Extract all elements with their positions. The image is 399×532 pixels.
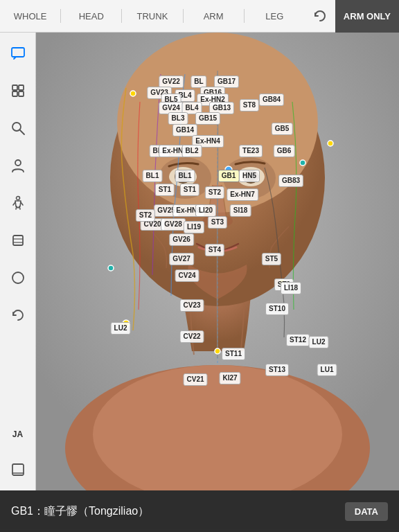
svg-line-11	[16, 206, 17, 209]
top-navigation: WHOLE HEAD TRUNK ARM LEG ARM ONLY	[0, 0, 399, 33]
acupoint-label[interactable]: GV28	[161, 218, 186, 231]
acupoint-label[interactable]: CV21	[183, 373, 207, 386]
sidebar-person-icon[interactable]	[6, 153, 30, 178]
acupoint-labels: GV22BLGB17GB16GV23BL4BL5Ex-HN2GV24BL4GB1…	[36, 33, 399, 490]
svg-line-9	[13, 202, 15, 205]
acupoint-label[interactable]: ST11	[222, 348, 245, 360]
acupoint-label[interactable]: BL3	[168, 112, 188, 125]
svg-rect-13	[13, 236, 23, 245]
acupoint-label[interactable]: LI20	[195, 204, 216, 217]
acupoint-label[interactable]: CV22	[179, 330, 204, 343]
svg-point-8	[16, 197, 19, 200]
acupoint-label[interactable]: ST3	[208, 216, 227, 229]
acupoint-label[interactable]: ST10	[265, 303, 289, 315]
acupoint-label[interactable]: GB15	[195, 112, 220, 125]
sidebar-body-icon[interactable]	[6, 190, 30, 215]
acupoint-label[interactable]: ST13	[265, 364, 289, 376]
acupoint-label[interactable]: ST8	[240, 99, 259, 112]
svg-rect-2	[19, 85, 24, 90]
svg-rect-1	[12, 85, 17, 90]
acupoint-label[interactable]: ST2	[136, 209, 155, 222]
acupoint-label[interactable]: BL1	[175, 170, 195, 182]
anatomy-canvas[interactable]: GV22BLGB17GB16GV23BL4BL5Ex-HN2GV24BL4GB1…	[36, 33, 399, 490]
acupoint-label[interactable]: GV27	[169, 253, 194, 265]
nav-leg[interactable]: LEG	[245, 8, 305, 24]
acupoint-label[interactable]: CV24	[175, 269, 199, 282]
acupoint-label[interactable]: GB6	[274, 145, 295, 157]
acupoint-label[interactable]: LU1	[317, 364, 337, 376]
sidebar-bottom-icon[interactable]	[6, 457, 30, 482]
acupoint-label[interactable]: LI18	[281, 282, 301, 294]
acupoint-label[interactable]: HN5	[239, 170, 260, 182]
svg-rect-0	[12, 48, 24, 57]
acupoint-label[interactable]: ST5	[262, 253, 281, 265]
sidebar-undo-icon[interactable]	[6, 303, 30, 328]
acupoint-label[interactable]: LU2	[309, 336, 329, 348]
acupoint-label[interactable]: CV23	[179, 299, 204, 312]
rotate-button[interactable]	[305, 0, 335, 33]
sidebar-comment-icon[interactable]	[6, 41, 30, 66]
svg-rect-4	[19, 91, 24, 96]
sidebar-layers-icon[interactable]	[6, 78, 30, 103]
acupoint-label[interactable]: ST12	[286, 334, 310, 346]
acupoint-label[interactable]: GB5	[272, 123, 293, 135]
acupoint-label[interactable]: GB83	[278, 175, 303, 187]
acupoint-label[interactable]: KI27	[219, 372, 240, 384]
acupoint-label[interactable]: Ex-HN7	[227, 188, 258, 201]
acupoint-label[interactable]: LU2	[111, 322, 131, 335]
arm-only-button[interactable]: ARM ONLY	[335, 0, 399, 33]
bottom-info-bar: GB1：瞳子髎（Tongziliao） DATA	[0, 490, 399, 532]
sidebar-language-label: JA	[12, 429, 23, 439]
svg-line-10	[21, 202, 23, 205]
left-sidebar: JA	[0, 33, 36, 490]
acupoint-label[interactable]: BL2	[182, 145, 202, 157]
svg-point-5	[12, 123, 21, 131]
nav-whole[interactable]: WHOLE	[0, 8, 60, 24]
data-button[interactable]: DATA	[345, 502, 388, 521]
acupoint-label[interactable]: ST2	[205, 186, 224, 199]
svg-point-16	[12, 272, 24, 283]
acupoint-label[interactable]: BL1	[143, 170, 163, 182]
nav-head[interactable]: HEAD	[61, 8, 121, 24]
acupoint-label[interactable]: LI19	[184, 221, 204, 233]
nav-trunk[interactable]: TRUNK	[122, 8, 182, 24]
sidebar-circle-icon[interactable]	[6, 265, 30, 290]
acupoint-label[interactable]: ST4	[205, 244, 224, 256]
acupoint-label[interactable]: GV26	[169, 233, 194, 246]
svg-rect-3	[12, 91, 17, 96]
acupoint-label[interactable]: ST1	[155, 184, 175, 196]
acupoint-label[interactable]: GB1	[218, 170, 240, 182]
svg-point-7	[15, 160, 21, 166]
svg-line-6	[20, 130, 24, 134]
nav-arm[interactable]: ARM	[184, 8, 244, 24]
sidebar-cylinder-icon[interactable]	[6, 228, 30, 253]
svg-line-12	[19, 206, 20, 209]
point-title: GB1：瞳子髎（Tongziliao）	[11, 504, 345, 519]
acupoint-label[interactable]: TE23	[239, 145, 263, 157]
rotate-icon	[312, 8, 328, 24]
acupoint-label[interactable]: GB84	[259, 94, 284, 106]
sidebar-search-icon[interactable]	[6, 116, 30, 141]
acupoint-label[interactable]: ST1	[180, 184, 200, 196]
acupoint-label[interactable]: SI18	[230, 204, 251, 217]
